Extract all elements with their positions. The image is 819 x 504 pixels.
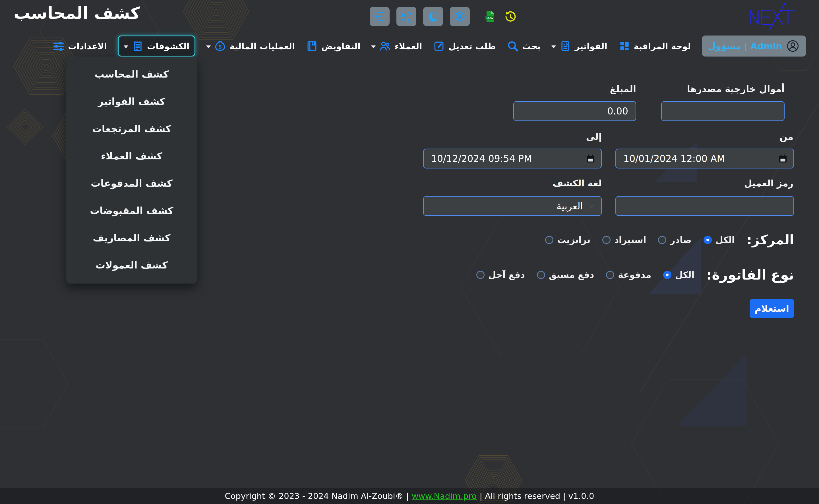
radio-button-icon[interactable] [545, 236, 553, 244]
report-language-select[interactable]: العربية [423, 196, 602, 216]
edit-request-icon [433, 40, 445, 52]
svg-text:ع: ع [407, 17, 411, 23]
invoice-type-option-deferred[interactable]: دفع آجل [476, 270, 525, 280]
amount-field-wrap [513, 101, 636, 121]
svg-text:LOG: LOG [487, 16, 493, 20]
amount-label: المبلغ [610, 84, 636, 94]
invoice-type-option-paid[interactable]: مدفوعة [606, 270, 651, 280]
translate-icon: A ع [400, 10, 413, 23]
dropdown-item-receipts-report[interactable]: كشف المقبوضات [66, 197, 197, 224]
from-label: من [780, 131, 793, 142]
radio-option-label: دفع آجل [488, 270, 525, 280]
brand-logo [747, 2, 797, 31]
to-label: إلى [586, 131, 602, 142]
nav-item-authorizations[interactable]: التفاويض [306, 40, 361, 52]
radio-button-icon[interactable] [602, 236, 610, 244]
translate-button[interactable]: A ع [396, 7, 416, 26]
from-datetime-input[interactable] [616, 149, 793, 168]
user-menu-button[interactable]: Admin | مسؤول [702, 36, 806, 57]
radio-button-icon[interactable] [658, 236, 666, 244]
nav-item-label: بحث [522, 41, 540, 51]
dark-mode-button[interactable] [423, 7, 443, 26]
dropdown-item-clients-report[interactable]: كشف العملاء [66, 142, 197, 170]
nav-item-search[interactable]: بحث [506, 40, 540, 52]
footer-copyright-text: Copyright © 2023 - 2024 Nadim Al-Zoubi® … [225, 491, 409, 501]
app-root: كشف المحاسب A ع [0, 0, 819, 504]
radio-option-label: الكل [675, 270, 695, 280]
lock-session-button[interactable] [450, 7, 470, 26]
to-date-field-wrap [423, 149, 602, 168]
dropdown-item-payments-report[interactable]: كشف المدفوعات [66, 170, 197, 197]
report-language-label: لغة الكشف [552, 178, 602, 189]
money-bag-icon: $ [214, 40, 227, 52]
external-funds-input[interactable] [662, 102, 784, 120]
chevron-down-icon [371, 45, 376, 48]
external-funds-field-wrap [661, 101, 785, 121]
radio-button-icon[interactable] [606, 271, 614, 279]
center-option-all[interactable]: الكل [704, 235, 735, 245]
center-radio-group: المركز: الكل صادر استيراد ترانزيت [545, 228, 794, 252]
dropdown-item-returns-report[interactable]: كشف المرتجعات [66, 115, 197, 142]
activity-log-button[interactable]: LOG [482, 9, 497, 24]
amount-input[interactable] [514, 102, 636, 120]
dropdown-item-expenses-report[interactable]: كشف المصاريف [66, 224, 197, 251]
nav-item-label: التفاويض [321, 41, 361, 51]
chevron-down-icon [124, 45, 128, 48]
radio-button-icon[interactable] [663, 271, 672, 279]
client-code-label: رمز العميل [744, 178, 793, 189]
history-button[interactable] [503, 9, 517, 24]
radio-button-icon[interactable] [704, 236, 712, 244]
invoice-type-group-label: نوع الفاتورة: [706, 267, 794, 283]
nav-item-edit-request[interactable]: طلب تعديل [433, 40, 496, 52]
dropdown-item-commissions-report[interactable]: كشف العمولات [66, 251, 197, 279]
svg-text:$: $ [565, 42, 568, 46]
selected-language-value: العربية [556, 200, 583, 212]
radio-button-icon[interactable] [476, 271, 485, 279]
lock-refresh-icon [453, 10, 466, 23]
radio-option-label: دفع مسبق [549, 270, 594, 280]
invoice-type-option-prepaid[interactable]: دفع مسبق [537, 270, 594, 280]
dropdown-item-invoices-report[interactable]: كشف الفواتير [66, 88, 197, 115]
search-icon [506, 40, 519, 52]
calendar-icon[interactable] [778, 154, 788, 163]
nav-item-financial-operations[interactable]: $ العمليات المالية [206, 40, 295, 52]
user-person-icon [786, 39, 800, 53]
radio-option-label: مدفوعة [618, 270, 651, 280]
invoice-type-option-all[interactable]: الكل [663, 270, 695, 280]
dashboard-grid-icon [618, 40, 631, 52]
nav-item-label: طلب تعديل [448, 41, 496, 51]
nav-item-label: الاعدادات [68, 41, 107, 51]
nav-item-dashboard[interactable]: لوحة المراقبة [618, 40, 691, 52]
ledger-book-icon [306, 40, 318, 52]
select-chevron-icon [588, 204, 594, 208]
footer: Copyright © 2023 - 2024 Nadim Al-Zoubi® … [0, 488, 819, 504]
radio-button-icon[interactable] [537, 271, 545, 279]
logout-button[interactable] [370, 7, 390, 26]
calendar-icon[interactable] [586, 154, 595, 163]
next-logo [747, 2, 797, 31]
invoice-dollar-icon: $ [559, 40, 571, 52]
chevron-down-icon [551, 45, 556, 48]
nav-item-reports[interactable]: الكشوفات كشف المحاسب كشف الفواتير كشف ال… [118, 36, 195, 57]
svg-text:A: A [401, 12, 406, 19]
nav-item-clients[interactable]: العملاء [371, 40, 422, 52]
to-datetime-input[interactable] [424, 149, 601, 168]
nav-item-invoices[interactable]: $ الفواتير [551, 40, 607, 52]
logout-icon [373, 10, 386, 23]
query-submit-button[interactable]: استعلام [750, 299, 794, 318]
nav-item-label: الفواتير [575, 41, 607, 51]
radio-option-label: صادر [670, 235, 691, 245]
center-option-transit[interactable]: ترانزيت [545, 235, 590, 245]
footer-rights-text: | All rights reserved | v1.0.0 [479, 491, 594, 501]
footer-website-link[interactable]: www.Nadim.pro [412, 491, 477, 501]
nav-item-label: لوحة المراقبة [634, 41, 691, 51]
dropdown-item-accountant-report[interactable]: كشف المحاسب [66, 61, 197, 88]
nav-item-settings[interactable]: الاعدادات [52, 40, 107, 52]
center-option-import[interactable]: استيراد [602, 235, 646, 245]
user-label: Admin | مسؤول [708, 41, 782, 51]
client-code-input[interactable] [616, 197, 793, 215]
from-date-field-wrap [616, 149, 794, 168]
nav-item-label: الكشوفات [147, 41, 189, 51]
settings-sliders-icon [52, 40, 65, 52]
center-option-export[interactable]: صادر [658, 235, 691, 245]
